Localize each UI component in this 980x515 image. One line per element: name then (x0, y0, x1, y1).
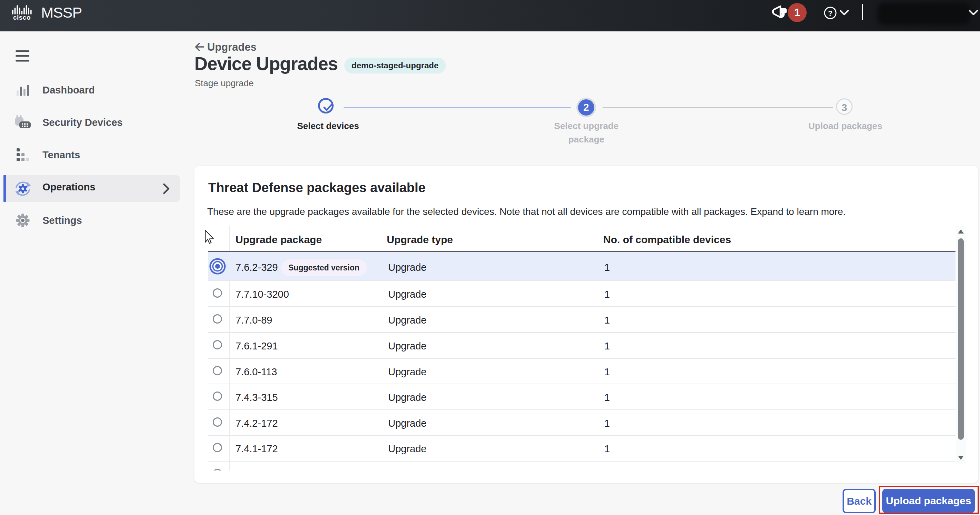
svg-text:cisco: cisco (13, 14, 31, 21)
svg-text:?: ? (828, 9, 832, 17)
